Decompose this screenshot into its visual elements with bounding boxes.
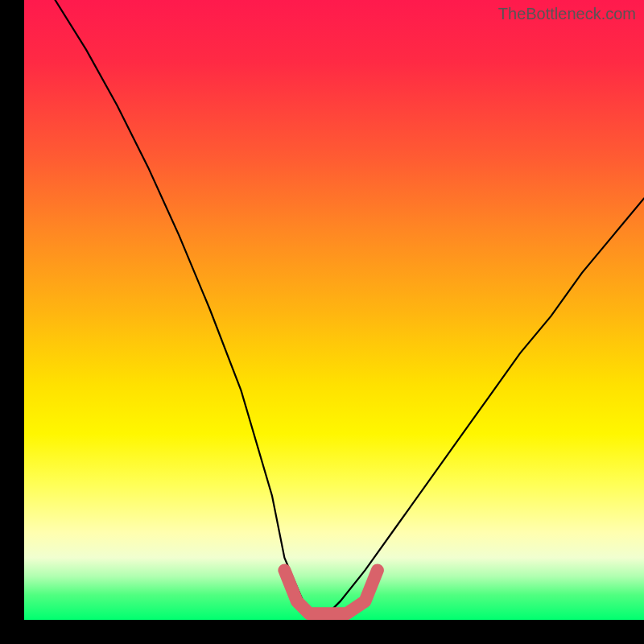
- chart-container: TheBottleneck.com: [0, 0, 644, 644]
- plot-area: TheBottleneck.com: [24, 0, 644, 620]
- watermark-text: TheBottleneck.com: [498, 5, 636, 23]
- chart-svg: [24, 0, 644, 620]
- trough-highlight: [284, 570, 378, 613]
- bottleneck-curve: [56, 0, 645, 613]
